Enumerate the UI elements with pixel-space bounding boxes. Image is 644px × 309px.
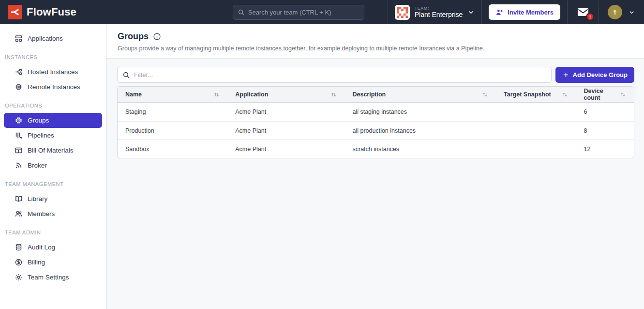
add-device-group-button[interactable]: Add Device Group xyxy=(555,67,634,83)
cell-description: all staging instances xyxy=(344,103,496,121)
sidebar-item-label: Groups xyxy=(28,117,49,124)
flowfuse-logo-icon xyxy=(8,5,22,19)
navbar-center xyxy=(84,0,388,24)
sidebar-item-remote-instances[interactable]: Remote Instances xyxy=(4,79,102,94)
notifications-button[interactable]: 1 xyxy=(567,0,599,24)
app-root: FlowFuse xyxy=(0,0,644,309)
sidebar-item-bill-of-materials[interactable]: Bill Of Materials xyxy=(4,143,102,158)
sidebar-item-label: Team Settings xyxy=(28,274,69,281)
sidebar-item-applications[interactable]: Applications xyxy=(4,31,102,46)
broker-icon xyxy=(15,161,23,170)
sidebar-section-team-admin: TEAM ADMIN xyxy=(0,230,106,235)
cell-device-count: 8 xyxy=(576,121,634,139)
page-title: Groups xyxy=(118,31,149,42)
team-search-box[interactable] xyxy=(233,5,364,20)
sidebar-item-label: Hosted Instances xyxy=(28,68,78,76)
filter-box[interactable] xyxy=(117,67,552,83)
library-icon xyxy=(15,195,23,203)
user-menu[interactable]: fl xyxy=(599,0,644,24)
user-plus-icon xyxy=(495,8,504,16)
avatar: fl xyxy=(608,5,622,19)
sidebar-section-instances: INSTANCES xyxy=(0,54,106,60)
table-row[interactable]: Staging Acme Plant all staging instances… xyxy=(118,103,634,121)
brand-name: FlowFuse xyxy=(27,6,76,18)
table-row[interactable]: Production Acme Plant all production ins… xyxy=(118,121,634,139)
top-navbar: FlowFuse xyxy=(0,0,644,24)
column-header-application[interactable]: Application xyxy=(227,87,344,103)
pipelines-icon xyxy=(15,131,23,139)
cell-description: all production instances xyxy=(344,121,496,139)
sidebar-item-billing[interactable]: Billing xyxy=(4,255,102,270)
column-label: Target Snapshot xyxy=(504,91,551,98)
hosted-instances-icon xyxy=(15,68,23,76)
sidebar: Applications INSTANCES Hosted Instances … xyxy=(0,24,106,309)
invite-members-button[interactable]: Invite Members xyxy=(489,4,560,20)
sidebar-section-team-management: TEAM MANAGEMENT xyxy=(0,181,106,187)
members-icon xyxy=(15,210,23,218)
applications-icon xyxy=(15,34,23,43)
groups-icon xyxy=(15,116,23,124)
page-description: Groups provide a way of managing multipl… xyxy=(118,45,632,52)
brand-home-link[interactable]: FlowFuse xyxy=(0,0,84,24)
sidebar-item-label: Remote Instances xyxy=(28,83,80,91)
sort-icon xyxy=(213,92,220,98)
cell-device-count: 12 xyxy=(576,139,634,158)
page-header: Groups Groups provide a way of managing … xyxy=(106,24,644,59)
sidebar-section-operations: OPERATIONS xyxy=(0,103,106,108)
info-icon[interactable] xyxy=(153,32,161,41)
team-avatar-icon xyxy=(395,5,410,20)
cell-target-snapshot xyxy=(496,121,576,139)
cell-target-snapshot xyxy=(496,103,576,121)
sidebar-item-members[interactable]: Members xyxy=(4,206,102,221)
team-info: TEAM: Plant Enterprise xyxy=(415,6,463,18)
search-icon xyxy=(238,9,245,16)
column-header-description[interactable]: Description xyxy=(344,87,496,103)
cell-description: scratch instances xyxy=(344,139,496,158)
cell-target-snapshot xyxy=(496,139,576,158)
column-header-name[interactable]: Name xyxy=(118,87,227,103)
bill-of-materials-icon xyxy=(15,146,23,154)
billing-icon xyxy=(15,258,23,266)
invite-members-label: Invite Members xyxy=(508,9,554,16)
column-label: Application xyxy=(235,91,268,98)
main-content: Groups Groups provide a way of managing … xyxy=(106,24,644,309)
cell-name: Sandbox xyxy=(118,139,227,158)
sidebar-item-team-settings[interactable]: Team Settings xyxy=(4,270,102,285)
sidebar-item-hosted-instances[interactable]: Hosted Instances xyxy=(4,64,102,79)
sidebar-item-label: Audit Log xyxy=(28,244,55,251)
sort-icon xyxy=(330,92,337,98)
chevron-down-icon xyxy=(467,9,475,16)
filter-input[interactable] xyxy=(134,71,546,78)
column-header-target-snapshot[interactable]: Target Snapshot xyxy=(496,87,576,103)
sidebar-item-label: Members xyxy=(28,210,55,217)
column-label: Name xyxy=(125,91,142,98)
sort-icon xyxy=(482,92,488,98)
search-input[interactable] xyxy=(248,9,359,16)
sidebar-item-label: Applications xyxy=(28,35,63,42)
column-label: Device count xyxy=(584,88,617,101)
sidebar-item-label: Library xyxy=(28,195,47,202)
sidebar-item-pipelines[interactable]: Pipelines xyxy=(4,128,102,143)
cell-device-count: 6 xyxy=(576,103,634,121)
cell-name: Staging xyxy=(118,103,227,121)
chevron-down-icon xyxy=(628,9,635,16)
sidebar-item-broker[interactable]: Broker xyxy=(4,158,102,173)
sidebar-item-label: Bill Of Materials xyxy=(28,147,74,154)
sort-icon xyxy=(562,92,568,98)
notification-badge: 1 xyxy=(586,13,594,21)
team-selector[interactable]: TEAM: Plant Enterprise xyxy=(388,0,482,24)
sidebar-item-audit-log[interactable]: Audit Log xyxy=(4,240,102,255)
content-body: Add Device Group Name Application Descri… xyxy=(106,59,644,158)
table-row[interactable]: Sandbox Acme Plant scratch instances 12 xyxy=(118,139,634,158)
sidebar-item-library[interactable]: Library xyxy=(4,191,102,206)
sidebar-item-groups[interactable]: Groups xyxy=(4,113,102,128)
table-header-row: Name Application Description Target Snap… xyxy=(118,87,634,103)
add-device-group-label: Add Device Group xyxy=(573,71,628,78)
column-header-device-count[interactable]: Device count xyxy=(576,87,634,103)
sidebar-item-label: Billing xyxy=(28,259,45,266)
search-icon xyxy=(122,71,130,79)
sort-icon xyxy=(620,92,626,98)
cell-application: Acme Plant xyxy=(227,103,344,121)
cell-application: Acme Plant xyxy=(227,121,344,139)
column-label: Description xyxy=(352,91,386,98)
